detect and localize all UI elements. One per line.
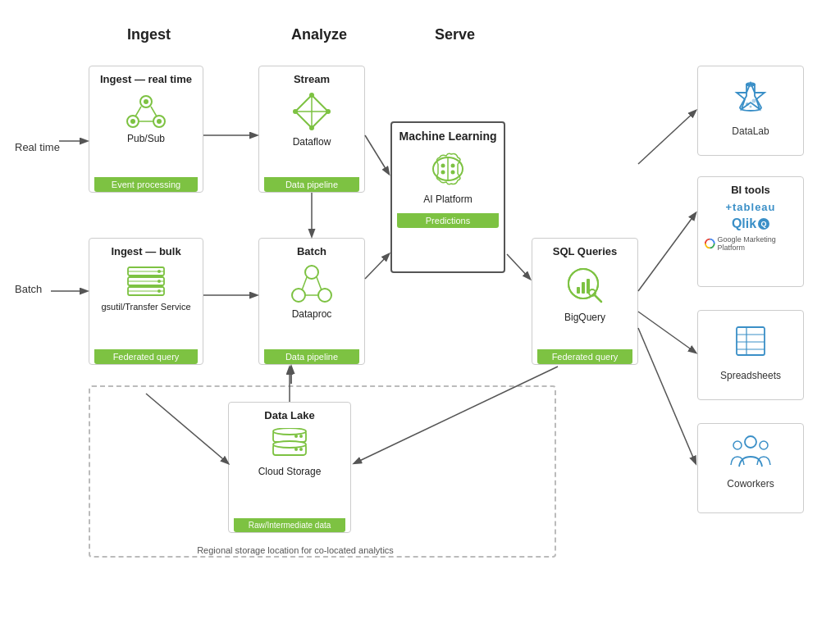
datalab-box: DataLab <box>697 66 804 156</box>
pubsub-icon <box>125 92 167 128</box>
datalake-note: Regional storage location for co-located… <box>164 545 427 555</box>
sql-title: SQL Queries <box>553 245 618 257</box>
analyze-header: Analyze <box>291 26 347 43</box>
tableau-label: +tableau <box>725 201 775 213</box>
ingest-realtime-box: Ingest — real time Pub/Sub Event process… <box>89 66 203 193</box>
gmp-label: Google Marketing Platform <box>705 235 797 252</box>
svg-point-48 <box>299 435 303 438</box>
pubsub-label: Pub/Sub <box>127 133 165 144</box>
stream-box: Stream Dataflow Data pipeline <box>258 66 365 193</box>
svg-point-35 <box>318 289 331 302</box>
realtime-label: Real time <box>15 141 60 153</box>
svg-point-15 <box>293 109 298 114</box>
svg-point-13 <box>326 109 331 114</box>
svg-point-7 <box>130 119 135 124</box>
stream-title: Stream <box>294 73 330 85</box>
ingest-realtime-title: Ingest — real time <box>100 73 192 85</box>
svg-line-4 <box>151 107 157 116</box>
svg-point-65 <box>733 441 742 449</box>
dataproc-icon <box>290 264 333 303</box>
svg-point-23 <box>451 171 455 175</box>
svg-point-56 <box>752 99 756 103</box>
batch-badge: Data pipeline <box>264 349 359 364</box>
svg-point-33 <box>305 266 318 279</box>
coworkers-box: Coworkers <box>697 423 804 513</box>
svg-point-22 <box>441 171 445 175</box>
svg-point-21 <box>451 164 455 168</box>
cloudstorage-icon <box>268 428 311 461</box>
batch-title: Batch <box>297 245 326 257</box>
bigquery-label: BigQuery <box>564 312 605 323</box>
svg-point-12 <box>309 93 314 98</box>
svg-point-30 <box>158 270 161 273</box>
svg-point-52 <box>299 448 303 451</box>
spreadsheets-box: Spreadsheets <box>697 310 804 400</box>
serve-header: Serve <box>435 26 475 43</box>
svg-rect-41 <box>582 282 585 294</box>
dataproc-label: Dataproc <box>292 308 332 320</box>
svg-line-77 <box>638 312 696 353</box>
dataflow-label: Dataflow <box>293 136 331 148</box>
svg-line-78 <box>638 328 696 463</box>
stream-badge: Data pipeline <box>264 177 359 192</box>
svg-point-47 <box>273 428 306 435</box>
sql-badge: Federated query <box>537 349 632 364</box>
cloudstorage-box: Data Lake Cloud Storage Raw/Intermediate… <box>228 402 351 533</box>
datalab-icon <box>732 78 769 116</box>
qlik-label: Qlik Q <box>732 216 769 231</box>
svg-point-53 <box>294 448 298 451</box>
svg-point-64 <box>745 436 756 448</box>
svg-line-74 <box>507 254 530 279</box>
datalake-badge: Raw/Intermediate data <box>234 518 345 532</box>
svg-point-55 <box>746 102 749 106</box>
spreadsheets-icon <box>732 322 769 360</box>
bigquery-icon <box>564 264 606 307</box>
svg-point-66 <box>760 441 768 449</box>
ai-platform-icon <box>427 149 469 189</box>
bigquery-box: SQL Queries BigQuery Federated query <box>532 238 638 365</box>
ai-platform-label: AI Platform <box>423 194 472 205</box>
ingest-realtime-badge: Event processing <box>94 177 198 192</box>
svg-line-70 <box>365 135 389 174</box>
svg-point-8 <box>157 119 162 124</box>
svg-line-3 <box>135 107 141 116</box>
svg-point-31 <box>158 280 161 283</box>
svg-rect-59 <box>737 327 765 355</box>
ingest-header: Ingest <box>127 26 171 43</box>
batch-box: Batch Dataproc Data pipeline <box>258 238 365 365</box>
gsutil-icon <box>125 264 167 297</box>
svg-rect-40 <box>577 287 580 294</box>
coworkers-label: Coworkers <box>727 478 774 490</box>
svg-point-57 <box>750 106 752 108</box>
svg-line-75 <box>638 213 696 291</box>
datalake-title: Data Lake <box>264 409 314 421</box>
batch-label: Batch <box>15 283 42 295</box>
svg-point-32 <box>158 289 161 293</box>
ingest-bulk-box: Ingest — bulk gsutil/Transfer Service Fe… <box>89 238 203 365</box>
bi-tools-box: BI tools +tableau Qlik Q Google Marketin… <box>697 176 804 287</box>
coworkers-icon <box>729 435 772 468</box>
ml-badge: Predictions <box>397 213 499 228</box>
svg-line-36 <box>302 277 307 290</box>
svg-point-49 <box>294 435 298 438</box>
svg-line-37 <box>317 277 322 290</box>
dataflow-icon <box>292 92 331 131</box>
svg-point-14 <box>309 125 314 130</box>
ml-box: Machine Learning AI Platform Predictions <box>390 121 505 273</box>
gsutil-label: gsutil/Transfer Service <box>101 302 190 312</box>
ingest-bulk-title: Ingest — bulk <box>111 245 180 257</box>
svg-line-73 <box>365 254 389 279</box>
spreadsheets-label: Spreadsheets <box>720 370 781 381</box>
bi-tools-title: BI tools <box>731 184 770 196</box>
svg-point-20 <box>441 164 445 168</box>
svg-line-76 <box>638 111 696 164</box>
ml-title: Machine Learning <box>399 130 496 143</box>
cloudstorage-label: Cloud Storage <box>258 466 322 477</box>
svg-point-34 <box>292 289 305 302</box>
svg-point-51 <box>273 441 306 448</box>
svg-point-6 <box>144 99 148 104</box>
datalab-label: DataLab <box>732 125 769 137</box>
ingest-bulk-badge: Federated query <box>94 349 198 364</box>
